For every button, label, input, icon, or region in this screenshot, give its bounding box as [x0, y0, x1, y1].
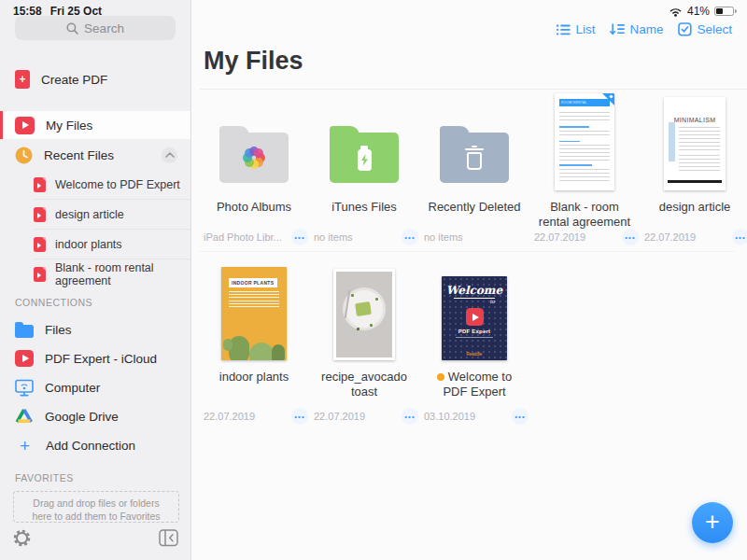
collapse-sidebar-button[interactable]	[159, 529, 178, 551]
file-subtitle: no items	[422, 231, 463, 243]
status-right: 41%	[669, 5, 734, 18]
recent-item[interactable]: indoor plants	[0, 230, 190, 259]
sidebar-item-my-files[interactable]: My Files	[0, 111, 190, 139]
file-subtitle: 22.07.2019	[642, 231, 696, 243]
sort-icon	[610, 23, 625, 35]
more-menu-button[interactable]: •••	[732, 229, 747, 245]
gear-icon	[12, 528, 32, 548]
view-toolbar: List Name Select	[557, 22, 732, 36]
add-file-fab-button[interactable]: +	[692, 502, 733, 543]
sidebar-item-label: PDF Expert - iCloud	[45, 352, 157, 366]
sidebar-item-google-drive[interactable]: Google Drive	[0, 402, 190, 430]
recent-item[interactable]: Welcome to PDF Expert	[0, 170, 190, 199]
thumbnail	[419, 91, 529, 190]
button-label: Name	[629, 22, 663, 36]
file-subtitle: 03.10.2019	[422, 411, 475, 422]
file-card-recently-deleted[interactable]: Recently Deleted no items	[419, 91, 529, 252]
list-icon	[557, 24, 571, 35]
sidebar-item-computer[interactable]: Computer	[0, 373, 190, 401]
more-menu-button[interactable]: •••	[402, 408, 418, 425]
collapse-sidebar-icon	[159, 529, 178, 547]
page-title: My Files	[204, 47, 303, 76]
thumbnail: Welcome to PDF Expert Readdle	[419, 267, 529, 360]
file-name: design article	[640, 200, 747, 215]
recent-item[interactable]: Blank - room rental agreement	[0, 259, 190, 288]
sidebar-item-recent-files[interactable]: Recent Files	[0, 141, 190, 169]
checkbox-icon	[678, 22, 692, 36]
file-name: iTunes Files	[309, 200, 419, 215]
pdf-expert-icloud-icon	[15, 350, 34, 367]
search-icon	[66, 22, 78, 35]
my-files-icon	[15, 117, 35, 134]
trash-folder-icon	[440, 133, 509, 183]
document-thumbnail: Welcome to PDF Expert Readdle	[442, 276, 507, 360]
document-thumbnail: MINIMALISM	[664, 97, 726, 190]
sidebar-bottom-bar	[0, 526, 190, 553]
file-name: Welcome to PDF Expert	[419, 370, 529, 399]
thumbnail: ROOM RENTAL AGREEMENT	[529, 91, 640, 190]
favorites-header: FAVORITES	[15, 472, 74, 483]
doc-brand: Readdle	[442, 352, 507, 357]
thumbnail	[199, 91, 309, 190]
sidebar-item-label: Create PDF	[41, 73, 107, 87]
more-menu-button[interactable]: •••	[291, 229, 308, 245]
file-card-photo-albums[interactable]: Photo Albums iPad Photo Libr... •••	[199, 91, 309, 252]
sidebar-item-add-connection[interactable]: + Add Connection	[0, 431, 190, 459]
list-view-button[interactable]: List	[557, 22, 595, 36]
thumbnail	[309, 91, 419, 190]
file-subtitle: 22.07.2019	[532, 231, 585, 243]
sidebar-item-create-pdf[interactable]: + Create PDF	[0, 65, 190, 93]
favorites-dropzone[interactable]: Drag and drop files or folders here to a…	[13, 491, 179, 523]
battery-icon	[714, 7, 734, 17]
file-subtitle: iPad Photo Libr...	[202, 231, 282, 243]
document-thumbnail: INDOOR PLANTS	[221, 267, 287, 360]
sort-by-name-button[interactable]: Name	[610, 22, 663, 36]
file-subtitle: 22.07.2019	[312, 411, 365, 422]
file-card-recipe-avocado-toast[interactable]: recipe_avocado toast 22.07.2019 •••	[309, 267, 419, 431]
sidebar: 15:58 Fri 25 Oct Search + Create PDF My …	[0, 0, 191, 560]
selected-indicator	[0, 111, 3, 139]
doc-title: INDOOR PLANTS	[229, 278, 277, 287]
sidebar-item-label: My Files	[46, 119, 92, 133]
doc-app-name: PDF Expert	[442, 329, 507, 334]
bookmark-ribbon	[602, 93, 614, 105]
sidebar-item-pdf-expert-icloud[interactable]: PDF Expert - iCloud	[0, 344, 190, 372]
google-drive-icon	[15, 408, 34, 425]
search-input[interactable]: Search	[15, 16, 176, 40]
pdf-expert-app: 15:58 Fri 25 Oct Search + Create PDF My …	[0, 0, 747, 560]
thumbnail: INDOOR PLANTS	[199, 267, 309, 360]
more-menu-button[interactable]: •••	[291, 408, 308, 425]
select-button[interactable]: Select	[678, 22, 732, 36]
file-subtitle: 22.07.2019	[202, 411, 255, 422]
more-menu-button[interactable]: •••	[512, 408, 529, 425]
main-panel: 41% List Name	[191, 0, 747, 560]
file-card-itunes-files[interactable]: iTunes Files no items •••	[309, 91, 419, 252]
sidebar-item-files[interactable]: Files	[0, 315, 190, 343]
blue-folder-icon	[15, 325, 34, 338]
recent-item[interactable]: design article	[0, 200, 190, 229]
recent-files-collapse-button[interactable]	[162, 147, 177, 163]
settings-gear-button[interactable]	[12, 528, 32, 552]
file-card-rental-agreement[interactable]: ROOM RENTAL AGREEMENT Blank - room renta…	[529, 91, 640, 252]
sidebar-item-label: Files	[45, 323, 72, 337]
recent-item-label: Welcome to PDF Expert	[55, 178, 180, 191]
pdf-file-icon	[34, 177, 46, 192]
button-label: Select	[697, 22, 732, 36]
more-menu-button[interactable]: •••	[622, 229, 639, 245]
pdf-file-icon	[34, 237, 46, 252]
document-thumbnail	[333, 269, 395, 360]
plus-icon: +	[705, 510, 720, 535]
sidebar-item-label: Add Connection	[46, 439, 135, 453]
file-card-indoor-plants[interactable]: INDOOR PLANTS indoor plants 22.07.2019 •…	[199, 267, 309, 431]
divider	[200, 89, 747, 90]
file-card-welcome-pdf-expert[interactable]: Welcome to PDF Expert Readdle Welcome to…	[419, 267, 529, 431]
search-placeholder: Search	[84, 21, 124, 35]
file-card-design-article[interactable]: MINIMALISM design article 22.07.2019 •••	[640, 91, 747, 252]
document-thumbnail: ROOM RENTAL AGREEMENT	[555, 93, 614, 190]
file-name: Photo Albums	[199, 200, 309, 215]
battery-percent: 41%	[687, 5, 710, 18]
pdf-file-icon	[34, 207, 46, 222]
more-menu-button[interactable]: •••	[402, 229, 418, 245]
thumbnail	[309, 267, 419, 360]
pdf-expert-logo	[466, 308, 484, 326]
